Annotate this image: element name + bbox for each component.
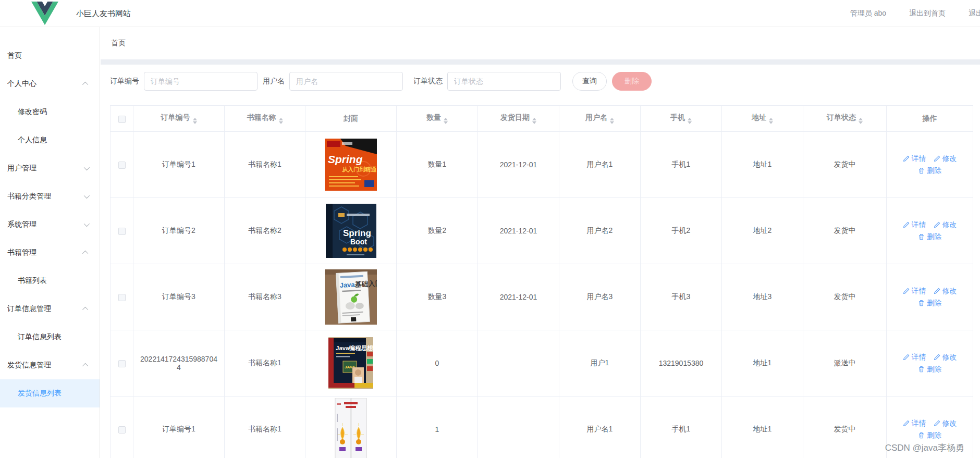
row-checkbox[interactable] <box>118 162 126 169</box>
header-logout-link[interactable]: 退出登录 <box>969 9 980 18</box>
column-header-phone[interactable]: 手机 <box>641 106 722 132</box>
sidebar-item-change-password[interactable]: 修改密码 <box>0 98 100 126</box>
username-input[interactable] <box>289 72 403 91</box>
sort-caret-icon[interactable] <box>859 118 863 124</box>
order-no-value: 订单编号3 <box>162 292 195 301</box>
select-all-checkbox[interactable] <box>118 116 126 123</box>
vue-logo-icon <box>31 2 58 27</box>
row-select-cell <box>111 264 133 330</box>
sort-caret-icon[interactable] <box>769 118 773 124</box>
phone-value: 13219015380 <box>659 359 704 367</box>
sidebar-item-label: 发货信息列表 <box>18 389 62 398</box>
sort-caret-icon[interactable] <box>279 118 283 124</box>
row-checkbox[interactable] <box>118 426 126 434</box>
content-divider <box>101 59 980 65</box>
row-checkbox[interactable] <box>118 360 126 367</box>
sidebar-item-order-info-management[interactable]: 订单信息管理 <box>0 295 100 323</box>
header-exit-home-link[interactable]: 退出到首页 <box>909 9 946 18</box>
order-status-value: 发货中 <box>834 292 856 301</box>
sidebar-item-home[interactable]: 首页 <box>0 42 100 70</box>
delete-link[interactable]: 删除 <box>918 232 941 242</box>
sidebar-item-book-list[interactable]: 书籍列表 <box>0 267 100 295</box>
sort-caret-icon[interactable] <box>193 118 197 124</box>
column-header-username[interactable]: 用户名 <box>559 106 641 132</box>
sidebar-item-label: 个人中心 <box>7 79 36 89</box>
edit-icon <box>934 221 940 228</box>
quantity-cell: 数量1 <box>397 132 478 198</box>
delete-link[interactable]: 删除 <box>918 166 941 176</box>
sidebar-item-personal-center[interactable]: 个人中心 <box>0 70 100 98</box>
order-status-input[interactable] <box>447 72 561 91</box>
row-checkbox[interactable] <box>118 294 126 301</box>
cover-cell: SpringBoot <box>305 198 397 264</box>
chevron-up-icon <box>82 251 88 256</box>
header-user-link[interactable]: 管理员 abo <box>850 9 886 18</box>
header-nav: 管理员 abo 退出到首页 退出登录 <box>850 0 980 27</box>
book-name-cell: 书籍名称3 <box>225 264 305 330</box>
detail-link[interactable]: 详情 <box>903 419 926 428</box>
address-cell: 地址1 <box>722 397 803 458</box>
sort-caret-icon[interactable] <box>532 118 536 124</box>
column-header-order_no[interactable]: 订单编号 <box>133 106 225 132</box>
sort-caret-icon[interactable] <box>688 118 692 124</box>
sidebar-item-user-management[interactable]: 用户管理 <box>0 154 100 182</box>
delete-link[interactable]: 删除 <box>918 431 941 440</box>
sidebar-item-label: 书籍分类管理 <box>7 192 51 201</box>
sidebar-item-shipping-info-management[interactable]: 发货信息管理 <box>0 351 100 379</box>
sidebar-item-book-management[interactable]: 书籍管理 <box>0 239 100 267</box>
book-name-cell: 书籍名称1 <box>225 397 305 458</box>
column-header-address[interactable]: 地址 <box>722 106 803 132</box>
edit-icon <box>934 155 940 162</box>
order-no-cell: 订单编号2 <box>133 198 225 264</box>
query-button[interactable]: 查询 <box>572 72 607 91</box>
search-toolbar: 订单编号 用户名 订单状态 查询 删除 <box>110 72 980 91</box>
column-header-label: 封面 <box>344 114 358 122</box>
detail-link[interactable]: 详情 <box>903 220 926 230</box>
row-checkbox[interactable] <box>118 228 126 235</box>
edit-link[interactable]: 修改 <box>934 419 957 428</box>
order-no-label: 订单编号 <box>110 77 139 86</box>
address-value: 地址2 <box>753 226 772 234</box>
sidebar-item-order-info-list[interactable]: 订单信息列表 <box>0 323 100 351</box>
column-header-status[interactable]: 订单状态 <box>803 106 887 132</box>
edit-link[interactable]: 修改 <box>934 154 957 164</box>
detail-link[interactable]: 详情 <box>903 287 926 296</box>
column-header-ship_date[interactable]: 发货日期 <box>478 106 559 132</box>
detail-link[interactable]: 详情 <box>903 353 926 362</box>
username-value: 用户1 <box>591 358 609 367</box>
order-no-cell: 订单编号1 <box>133 397 225 458</box>
edit-icon <box>934 288 940 294</box>
order-no-value: 订单编号2 <box>162 226 195 234</box>
sort-caret-icon[interactable] <box>444 118 448 124</box>
delete-button[interactable]: 删除 <box>612 72 652 91</box>
edit-icon <box>903 288 910 294</box>
delete-link[interactable]: 删除 <box>918 365 941 374</box>
address-value: 地址1 <box>753 425 772 433</box>
book-cover-image: Java基础入门 <box>311 269 391 325</box>
top-header: 小巨人友书网站 管理员 abo 退出到首页 退出登录 <box>0 0 980 27</box>
column-header-quantity[interactable]: 数量 <box>397 106 478 132</box>
sidebar-item-label: 用户管理 <box>7 164 36 173</box>
sort-caret-icon[interactable] <box>610 118 614 124</box>
chevron-up-icon <box>82 82 88 88</box>
quantity-value: 数量1 <box>428 160 447 168</box>
sidebar-item-book-category-management[interactable]: 书籍分类管理 <box>0 182 100 211</box>
sidebar-item-label: 首页 <box>7 51 22 60</box>
row-select-cell <box>111 198 133 264</box>
edit-link[interactable]: 修改 <box>934 353 957 362</box>
book-name-value: 书籍名称1 <box>248 160 281 168</box>
edit-link[interactable]: 修改 <box>934 220 957 230</box>
column-header-book_name[interactable]: 书籍名称 <box>225 106 305 132</box>
detail-link[interactable]: 详情 <box>903 154 926 164</box>
edit-link[interactable]: 修改 <box>934 287 957 296</box>
delete-link[interactable]: 删除 <box>918 299 941 308</box>
sidebar-item-system-management[interactable]: 系统管理 <box>0 211 100 239</box>
sidebar-item-personal-info[interactable]: 个人信息 <box>0 126 100 154</box>
sidebar-item-shipping-info-list[interactable]: 发货信息列表 <box>0 379 100 407</box>
breadcrumb-home[interactable]: 首页 <box>111 39 126 48</box>
order-status-value: 发货中 <box>834 160 856 168</box>
order-no-input[interactable] <box>144 72 258 91</box>
quantity-value: 0 <box>435 359 439 367</box>
ship-date-cell: 2021-12-01 <box>478 132 559 198</box>
column-header-label: 订单编号 <box>161 113 190 121</box>
